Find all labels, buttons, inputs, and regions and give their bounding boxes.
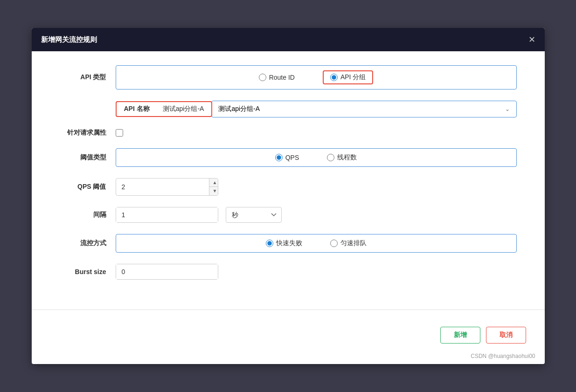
burst-size-input[interactable] (116, 264, 218, 279)
flow-mode-radio-group: 快速失败 匀速排队 (116, 234, 517, 253)
thread-count-option[interactable]: 线程数 (327, 153, 357, 162)
dialog: 新增网关流控规则 ✕ API 类型 Route ID API 分组 (32, 28, 545, 364)
qps-increment-button[interactable]: ▲ (209, 179, 218, 187)
flow-mode-row: 流控方式 快速失败 匀速排队 (60, 234, 517, 253)
dialog-footer: 新增 取消 (32, 319, 545, 353)
burst-size-control (116, 264, 517, 280)
api-group-option[interactable]: API 分组 (330, 73, 366, 82)
interval-input-box (116, 207, 218, 223)
request-attr-checkbox[interactable] (116, 129, 123, 137)
interval-input[interactable] (116, 207, 218, 222)
burst-size-label: Burst size (60, 268, 106, 275)
dialog-body: API 类型 Route ID API 分组 (32, 51, 545, 300)
slow-queue-label: 匀速排队 (340, 239, 367, 248)
api-name-section: API 名称 测试api分组-A 测试api分组-A ⌄ (60, 101, 517, 117)
qps-option[interactable]: QPS (275, 154, 299, 161)
request-attr-row: 针对请求属性 (60, 129, 517, 137)
threshold-radio-group: QPS 线程数 (116, 148, 517, 167)
api-name-label: API 名称 (124, 105, 150, 113)
request-attr-checkbox-label[interactable] (116, 129, 517, 137)
api-name-highlight-box: API 名称 测试api分组-A (116, 101, 213, 117)
close-button[interactable]: ✕ (528, 34, 535, 45)
qps-value-control: ▲ ▼ (116, 178, 517, 196)
api-name-dropdown[interactable]: 测试api分组-A ⌄ (211, 101, 516, 117)
api-type-control: Route ID API 分组 (116, 65, 517, 89)
qps-value-row: QPS 阈值 ▲ ▼ (60, 178, 517, 196)
api-group-highlighted: API 分组 (323, 70, 373, 84)
flow-mode-control: 快速失败 匀速排队 (116, 234, 517, 253)
qps-radio[interactable] (275, 154, 283, 161)
api-name-selected: 测试api分组-A (218, 105, 260, 113)
qps-value-label: QPS 阈值 (60, 183, 106, 191)
qps-spinner: ▲ ▼ (209, 179, 218, 195)
qps-decrement-button[interactable]: ▼ (209, 187, 218, 195)
add-button[interactable]: 新增 (440, 327, 480, 344)
threshold-type-label: 阈值类型 (60, 153, 106, 162)
api-type-radio-group: Route ID API 分组 (116, 65, 517, 89)
route-id-label: Route ID (269, 74, 295, 81)
qps-input-box: ▲ ▼ (116, 178, 218, 196)
qps-label: QPS (285, 154, 299, 161)
threshold-type-control: QPS 线程数 (116, 148, 517, 167)
slow-queue-option[interactable]: 匀速排队 (330, 239, 367, 248)
interval-label: 间隔 (60, 211, 106, 219)
burst-size-input-box (116, 264, 218, 280)
fast-fail-label: 快速失败 (276, 239, 302, 248)
interval-control: 秒 分 时 (116, 207, 517, 223)
footer-divider (32, 309, 545, 310)
route-id-option[interactable]: Route ID (259, 74, 295, 81)
api-name-current-value: 测试api分组-A (163, 105, 204, 113)
api-group-label: API 分组 (340, 73, 366, 82)
slow-queue-radio[interactable] (330, 240, 338, 247)
dialog-header: 新增网关流控规则 ✕ (32, 28, 545, 51)
interval-row: 间隔 秒 分 时 (60, 207, 517, 223)
api-group-radio[interactable] (330, 74, 338, 81)
thread-radio[interactable] (327, 154, 334, 161)
interval-unit-select[interactable]: 秒 分 时 (226, 207, 282, 223)
thread-count-label: 线程数 (337, 153, 357, 162)
route-id-radio[interactable] (259, 74, 266, 81)
flow-mode-label: 流控方式 (60, 239, 106, 248)
fast-fail-radio[interactable] (266, 240, 273, 247)
threshold-type-row: 阈值类型 QPS 线程数 (60, 148, 517, 167)
api-name-full-control: API 名称 测试api分组-A 测试api分组-A ⌄ (116, 101, 517, 117)
burst-size-row: Burst size (60, 264, 517, 280)
request-attr-label: 针对请求属性 (60, 129, 106, 137)
request-attr-control (116, 129, 517, 137)
fast-fail-option[interactable]: 快速失败 (266, 239, 302, 248)
cancel-button[interactable]: 取消 (486, 327, 526, 344)
qps-input[interactable] (116, 179, 209, 194)
watermark: CSDN @huangshaohui00 (32, 353, 545, 364)
chevron-down-icon: ⌄ (505, 106, 510, 112)
api-type-label: API 类型 (60, 73, 106, 82)
dialog-title: 新增网关流控规则 (41, 35, 97, 44)
interval-inputs: 秒 分 时 (116, 207, 517, 223)
api-type-row: API 类型 Route ID API 分组 (60, 65, 517, 89)
